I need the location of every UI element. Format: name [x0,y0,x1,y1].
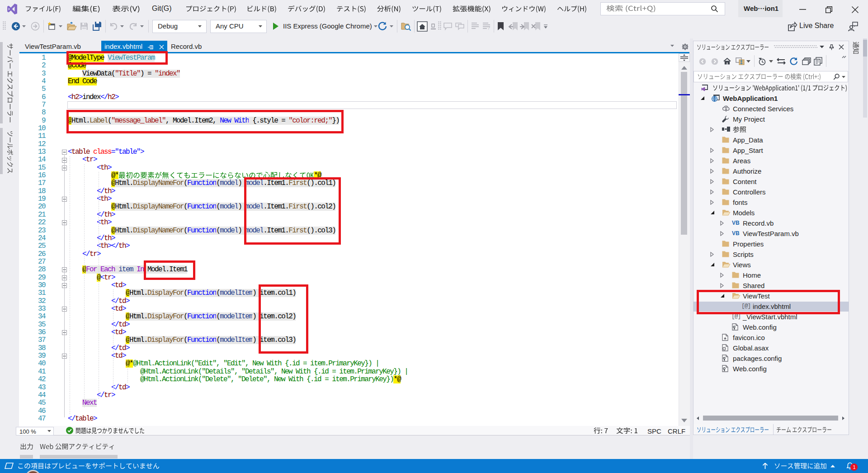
svg-text:?: ? [487,26,490,31]
